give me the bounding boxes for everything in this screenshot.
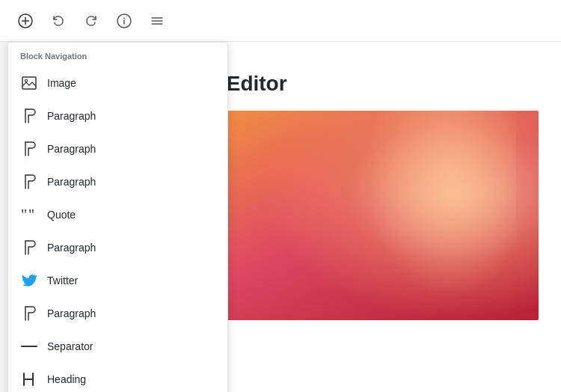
menu-icon (150, 13, 165, 28)
quote-icon: " " (20, 206, 38, 224)
block-nav-item-paragraph3[interactable]: Paragraph (8, 165, 227, 198)
block-nav-item-heading[interactable]: Heading (8, 363, 227, 392)
info-button[interactable] (111, 7, 138, 34)
add-button[interactable] (12, 7, 39, 34)
block-nav-label-image: Image (47, 77, 76, 89)
svg-point-10 (25, 80, 28, 82)
block-nav-label-separator: Separator (47, 340, 93, 352)
block-nav-item-separator[interactable]: Separator (8, 330, 227, 363)
block-nav-label-paragraph3: Paragraph (47, 176, 96, 188)
separator-icon (20, 337, 38, 355)
paragraph-icon-5 (20, 304, 38, 322)
block-nav-label-paragraph4: Paragraph (47, 242, 96, 254)
add-icon (18, 13, 33, 28)
block-nav-label-twitter: Twitter (47, 275, 78, 287)
block-nav-label-paragraph1: Paragraph (47, 110, 96, 122)
image-person-silhouette (261, 111, 539, 320)
svg-text:": " (21, 208, 27, 221)
menu-button[interactable] (144, 7, 171, 34)
main-area: Block Navigation Image Paragrap (0, 42, 561, 392)
block-navigation-panel: Block Navigation Image Paragrap (7, 42, 228, 392)
block-nav-label-paragraph2: Paragraph (47, 143, 96, 155)
redo-icon (84, 13, 99, 28)
image-icon (20, 74, 38, 92)
block-nav-item-paragraph5[interactable]: Paragraph (8, 297, 227, 330)
toolbar (0, 0, 561, 42)
block-nav-item-twitter[interactable]: Twitter (8, 264, 227, 297)
redo-button[interactable] (78, 7, 105, 34)
info-icon (117, 13, 132, 28)
undo-button[interactable] (45, 7, 72, 34)
block-nav-label-quote: Quote (47, 209, 76, 221)
block-nav-item-quote[interactable]: " " Quote (8, 198, 227, 231)
paragraph-icon-4 (20, 239, 38, 257)
paragraph-icon-3 (20, 173, 38, 191)
block-nav-header: Block Navigation (8, 43, 227, 67)
twitter-icon (20, 272, 38, 290)
paragraph-icon-2 (20, 140, 38, 158)
block-nav-item-paragraph1[interactable]: Paragraph (8, 99, 227, 132)
block-nav-label-paragraph5: Paragraph (47, 307, 96, 319)
svg-text:": " (28, 208, 34, 221)
block-nav-label-heading: Heading (47, 373, 86, 385)
paragraph-icon-1 (20, 107, 38, 125)
heading-icon (20, 370, 38, 388)
svg-rect-9 (22, 77, 36, 89)
block-nav-item-paragraph2[interactable]: Paragraph (8, 132, 227, 165)
undo-icon (51, 13, 66, 28)
svg-point-5 (123, 17, 125, 19)
block-nav-item-paragraph4[interactable]: Paragraph (8, 231, 227, 264)
block-nav-item-image[interactable]: Image (8, 67, 227, 99)
